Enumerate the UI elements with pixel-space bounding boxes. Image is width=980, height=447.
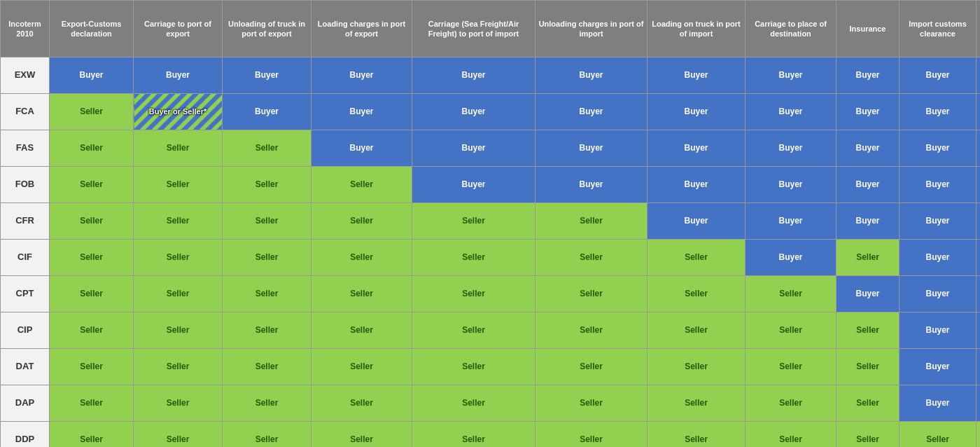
incoterm-label: FCA xyxy=(1,94,50,130)
table-row: CPTSellerSellerSellerSellerSellerSellerS… xyxy=(1,276,981,312)
cell-FOB-6: Buyer xyxy=(648,167,746,203)
cell-CPT-2: Seller xyxy=(223,276,312,312)
cell-DAT-1: Seller xyxy=(134,349,223,385)
cell-CPT-8: Buyer xyxy=(836,276,899,312)
cell-DAP-6: Seller xyxy=(648,385,746,422)
cell-FAS-8: Buyer xyxy=(836,130,899,167)
cell-DDP-9: Seller xyxy=(899,422,976,448)
cell-DAP-1: Seller xyxy=(134,385,223,422)
cell-EXW-5: Buyer xyxy=(536,57,648,94)
cell-FOB-8: Buyer xyxy=(836,167,899,203)
cell-CIF-0: Seller xyxy=(50,240,134,276)
incoterm-label: CPT xyxy=(1,276,50,312)
cell-CFR-10: Buyer xyxy=(976,203,981,240)
cell-CPT-5: Seller xyxy=(536,276,648,312)
cell-FCA-9: Buyer xyxy=(899,94,976,130)
cell-DAP-4: Seller xyxy=(412,385,536,422)
cell-DAP-5: Seller xyxy=(536,385,648,422)
cell-CIF-5: Seller xyxy=(536,240,648,276)
cell-EXW-3: Buyer xyxy=(312,57,412,94)
cell-DAP-3: Seller xyxy=(312,385,412,422)
cell-FAS-1: Seller xyxy=(134,130,223,167)
header-col-10: Import customs clearance xyxy=(899,1,976,57)
cell-DAP-9: Buyer xyxy=(899,385,976,422)
incoterm-label: DDP xyxy=(1,422,50,448)
cell-DAT-9: Buyer xyxy=(899,349,976,385)
incoterm-label: FAS xyxy=(1,130,50,167)
header-col-9: Insurance xyxy=(836,1,899,57)
cell-FAS-10: Buyer xyxy=(976,130,981,167)
header-col-1: Export-Customs declaration xyxy=(50,1,134,57)
cell-CFR-5: Seller xyxy=(536,203,648,240)
table-row: CFRSellerSellerSellerSellerSellerSellerB… xyxy=(1,203,981,240)
cell-CFR-1: Seller xyxy=(134,203,223,240)
cell-DAT-4: Seller xyxy=(412,349,536,385)
table-row: FOBSellerSellerSellerSellerBuyerBuyerBuy… xyxy=(1,167,981,203)
header-col-2: Carriage to port of export xyxy=(134,1,223,57)
cell-FCA-8: Buyer xyxy=(836,94,899,130)
incoterm-label: EXW xyxy=(1,57,50,94)
cell-EXW-8: Buyer xyxy=(836,57,899,94)
cell-DAP-7: Seller xyxy=(746,385,836,422)
cell-DDP-6: Seller xyxy=(648,422,746,448)
incoterm-label: CFR xyxy=(1,203,50,240)
header-col-11: Import taxes xyxy=(976,1,981,57)
cell-CIF-10: Buyer xyxy=(976,240,981,276)
cell-DAT-2: Seller xyxy=(223,349,312,385)
cell-CPT-4: Seller xyxy=(412,276,536,312)
incoterm-label: DAP xyxy=(1,385,50,422)
header-col-5: Carriage (Sea Freight/Air Freight) to po… xyxy=(412,1,536,57)
table-row: FCASellerBuyer or Seller*BuyerBuyerBuyer… xyxy=(1,94,981,130)
cell-CIF-7: Buyer xyxy=(746,240,836,276)
cell-FAS-5: Buyer xyxy=(536,130,648,167)
cell-FAS-6: Buyer xyxy=(648,130,746,167)
cell-CIF-8: Seller xyxy=(836,240,899,276)
cell-DDP-1: Seller xyxy=(134,422,223,448)
cell-CPT-0: Seller xyxy=(50,276,134,312)
cell-EXW-9: Buyer xyxy=(899,57,976,94)
cell-CFR-4: Seller xyxy=(412,203,536,240)
cell-CIF-6: Seller xyxy=(648,240,746,276)
cell-CPT-7: Seller xyxy=(746,276,836,312)
incoterm-label: CIP xyxy=(1,312,50,349)
cell-DAT-10: Buyer xyxy=(976,349,981,385)
cell-FCA-0: Seller xyxy=(50,94,134,130)
header-col-7: Loading on truck in port of import xyxy=(648,1,746,57)
cell-CFR-6: Buyer xyxy=(648,203,746,240)
cell-CPT-9: Buyer xyxy=(899,276,976,312)
table-row: DAPSellerSellerSellerSellerSellerSellerS… xyxy=(1,385,981,422)
cell-EXW-10: Buyer xyxy=(976,57,981,94)
cell-DDP-5: Seller xyxy=(536,422,648,448)
cell-DDP-2: Seller xyxy=(223,422,312,448)
cell-DAP-10: Buyer xyxy=(976,385,981,422)
incoterm-label: CIF xyxy=(1,240,50,276)
cell-FOB-3: Seller xyxy=(312,167,412,203)
cell-CIF-3: Seller xyxy=(312,240,412,276)
table-row: CIFSellerSellerSellerSellerSellerSellerS… xyxy=(1,240,981,276)
incoterm-label: FOB xyxy=(1,167,50,203)
cell-DAT-5: Seller xyxy=(536,349,648,385)
cell-EXW-2: Buyer xyxy=(223,57,312,94)
cell-CPT-10: Buyer xyxy=(976,276,981,312)
cell-CIP-6: Seller xyxy=(648,312,746,349)
cell-FOB-10: Buyer xyxy=(976,167,981,203)
cell-EXW-7: Buyer xyxy=(746,57,836,94)
header-col-3: Unloading of truck in port of export xyxy=(223,1,312,57)
cell-CIP-0: Seller xyxy=(50,312,134,349)
header-col-4: Loading charges in port of export xyxy=(312,1,412,57)
cell-FAS-7: Buyer xyxy=(746,130,836,167)
cell-CIP-10: Buyer xyxy=(976,312,981,349)
table-row: DDPSellerSellerSellerSellerSellerSellerS… xyxy=(1,422,981,448)
cell-FCA-6: Buyer xyxy=(648,94,746,130)
header-col-8: Carriage to place of destination xyxy=(746,1,836,57)
cell-CPT-1: Seller xyxy=(134,276,223,312)
cell-EXW-6: Buyer xyxy=(648,57,746,94)
cell-FOB-4: Buyer xyxy=(412,167,536,203)
table-row: DATSellerSellerSellerSellerSellerSellerS… xyxy=(1,349,981,385)
cell-FCA-7: Buyer xyxy=(746,94,836,130)
cell-DAP-8: Seller xyxy=(836,385,899,422)
cell-FAS-0: Seller xyxy=(50,130,134,167)
cell-FCA-3: Buyer xyxy=(312,94,412,130)
cell-CPT-6: Seller xyxy=(648,276,746,312)
cell-CIF-9: Buyer xyxy=(899,240,976,276)
